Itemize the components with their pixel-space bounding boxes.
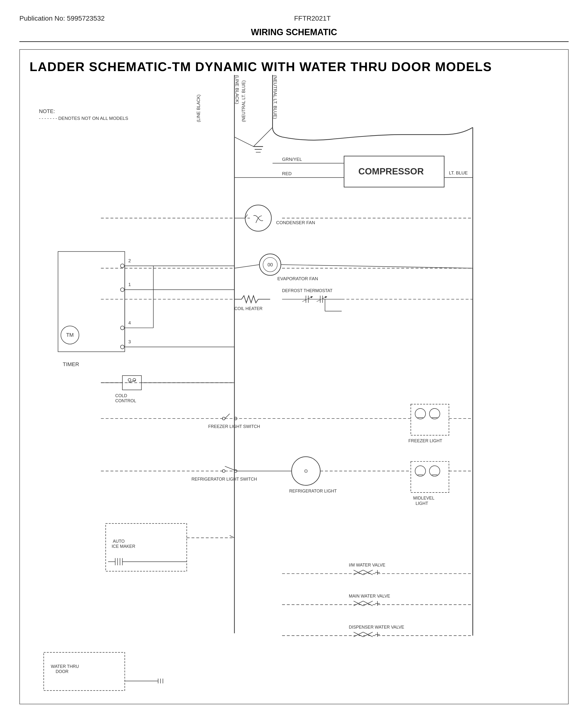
svg-text:⊙: ⊙ bbox=[304, 468, 308, 474]
svg-line-10 bbox=[253, 127, 273, 146]
grn-yel-label: GRN/YEL bbox=[282, 157, 302, 162]
svg-text:(NEUTRAL LT. BLUE): (NEUTRAL LT. BLUE) bbox=[273, 75, 278, 119]
freezer-light-label: FREEZER LIGHT bbox=[408, 438, 442, 443]
timer-terminal-2: 2 bbox=[128, 258, 131, 263]
svg-text:ICE MAKER: ICE MAKER bbox=[112, 544, 135, 549]
evaporator-fan-label: EVAPORATOR FAN bbox=[277, 276, 318, 281]
publication-number: Publication No: 5995723532 bbox=[19, 15, 105, 22]
schematic-container: LADDER SCHEMATIC-TM DYNAMIC WITH WATER T… bbox=[19, 49, 569, 704]
main-water-valve-label: MAIN WATER VALVE bbox=[349, 594, 390, 599]
svg-rect-66 bbox=[411, 404, 449, 435]
note-label: NOTE: bbox=[39, 108, 55, 114]
lt-blue-label: LT. BLUE bbox=[449, 170, 468, 175]
water-thru-door-label: WATER THRU bbox=[51, 664, 79, 669]
svg-line-26 bbox=[234, 265, 259, 268]
svg-line-62 bbox=[225, 414, 230, 419]
timer-terminal-3: 3 bbox=[128, 339, 131, 344]
im-water-valve-label: I/M WATER VALVE bbox=[349, 563, 385, 567]
header: Publication No: 5995723532 FFTR2021T bbox=[19, 15, 569, 22]
refrigerator-light-switch-label: REFRIGERATOR LIGHT SWITCH bbox=[191, 477, 257, 482]
svg-rect-81 bbox=[411, 461, 449, 493]
timer-terminal-1: 1 bbox=[128, 282, 131, 287]
condenser-fan-label: CONDENSER FAN bbox=[276, 220, 315, 225]
svg-line-59 bbox=[128, 380, 135, 383]
svg-line-9 bbox=[234, 137, 253, 146]
defrost-thermostat-label: DEFROST THERMOSTAT bbox=[282, 288, 333, 293]
timer-terminal-4: 4 bbox=[128, 320, 131, 325]
svg-text:00: 00 bbox=[268, 262, 273, 267]
red-label: RED bbox=[282, 171, 292, 176]
compressor-label: COMPRESSOR bbox=[358, 166, 424, 176]
auto-ice-maker-label: AUTO bbox=[113, 539, 125, 544]
tm-label: TM bbox=[66, 332, 74, 338]
freezer-light-switch-label: FREEZER LIGHT SWITCH bbox=[208, 424, 260, 429]
neutral-label: (NEUTRAL LT. BLUE) bbox=[241, 80, 246, 122]
midlevel-light-label: MIDLEVEL bbox=[413, 496, 435, 501]
svg-point-44 bbox=[121, 264, 124, 268]
cold-control-label: COLD bbox=[115, 393, 127, 398]
svg-text:CONTROL: CONTROL bbox=[115, 398, 136, 403]
svg-point-49 bbox=[121, 326, 124, 330]
coil-heater-label: COIL HEATER bbox=[234, 306, 262, 311]
refrigerator-light-label: REFRIGERATOR LIGHT bbox=[289, 488, 337, 494]
timer-label: TIMER bbox=[63, 361, 79, 367]
svg-text:DOOR: DOOR bbox=[56, 669, 69, 674]
dispenser-water-valve-label: DISPENSER WATER VALVE bbox=[349, 625, 404, 629]
svg-text:(LINE BLACK): (LINE BLACK) bbox=[235, 75, 240, 104]
svg-text:LIGHT: LIGHT bbox=[416, 501, 428, 506]
svg-line-97 bbox=[230, 536, 234, 538]
svg-point-47 bbox=[121, 288, 124, 292]
model-number: FFTR2021T bbox=[105, 15, 520, 22]
wiring-diagram: NOTE: - - - - - - - DENOTES NOT ON ALL M… bbox=[20, 50, 568, 704]
svg-line-27 bbox=[281, 265, 473, 268]
note-text: - - - - - - - DENOTES NOT ON ALL MODELS bbox=[39, 116, 128, 121]
svg-point-51 bbox=[121, 345, 124, 349]
page-title: WIRING SCHEMATIC bbox=[19, 27, 569, 42]
svg-point-57 bbox=[128, 379, 131, 381]
line-black-label: (LINE BLACK) bbox=[196, 95, 201, 122]
page: Publication No: 5995723532 FFTR2021T WIR… bbox=[0, 0, 588, 722]
svg-line-74 bbox=[225, 466, 237, 471]
